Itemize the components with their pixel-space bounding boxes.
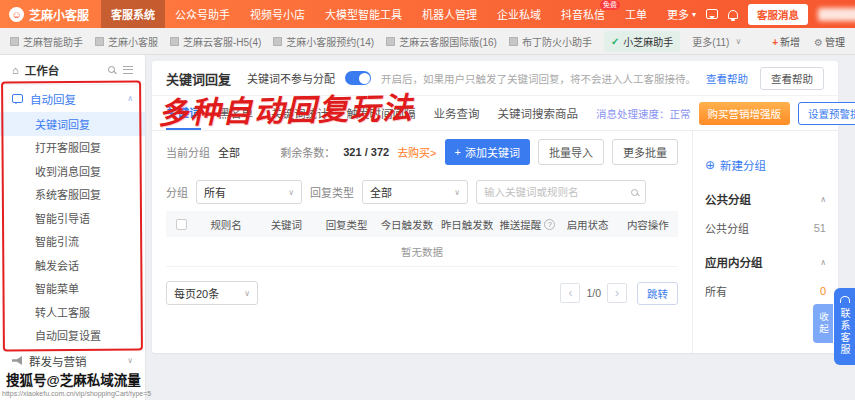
home-icon: ⌂ bbox=[12, 64, 19, 76]
sidebar: ⌂ 工作台 自动回复 ∧ 关键词回复 打开客服回复 收到消息回复 系统客服回复 … bbox=[0, 55, 146, 400]
sidebar-item-open-chat-reply[interactable]: 打开客服回复 bbox=[0, 136, 145, 160]
main-panel: 关键词回复 关键词不参与分配 开启后，如果用户只触发了关键词回复，将不会进入人工… bbox=[152, 61, 838, 353]
app-title: 芝麻小客服 bbox=[29, 6, 89, 23]
app-icon bbox=[170, 37, 179, 46]
tab-blacklist[interactable]: 黑名单 bbox=[219, 96, 254, 130]
next-page-button[interactable]: › bbox=[607, 283, 627, 303]
group-filter-select[interactable]: 所有∨ bbox=[196, 180, 302, 204]
workspace-tab-1[interactable]: 芝麻智能助手 bbox=[10, 34, 83, 49]
reply-type-select[interactable]: 全部∨ bbox=[362, 180, 468, 204]
table-header: 规则名 关键词 回复类型 今日触发数 昨日触发数 推送提醒? 启用状态 内容操作 bbox=[166, 211, 678, 237]
more-batch-button[interactable]: 更多批量 bbox=[612, 139, 678, 165]
jump-to-page-button[interactable]: 跳转 bbox=[637, 282, 678, 305]
top-navigation-bar: ☺ 芝麻小客服 客服系统 公众号助手 视频号小店 大模型智能工具 机器人管理 企… bbox=[0, 0, 855, 28]
manage-workspaces-button[interactable]: ⚙管理 bbox=[814, 34, 845, 49]
keyword-search-box[interactable] bbox=[476, 180, 646, 204]
tab-business-query[interactable]: 业务查询 bbox=[434, 96, 480, 130]
nav-item-more[interactable]: 更多 ▾ bbox=[657, 0, 706, 28]
kefu-message-button[interactable]: 客服消息 bbox=[748, 4, 808, 25]
set-alert-button[interactable]: 设置预警提醒 bbox=[798, 102, 855, 125]
floating-buttons: 收起 联系客服 bbox=[813, 288, 855, 365]
app-groups-section[interactable]: 应用内分组 ∧ bbox=[705, 254, 826, 270]
headset-icon bbox=[840, 296, 850, 303]
keyword-search-input[interactable] bbox=[484, 186, 631, 198]
toolbar: 当前分组 全部 剩余条数： 321 / 372 去购买> +添加关键词 批量导入… bbox=[166, 131, 678, 173]
nav-item-workorder[interactable]: 工单 bbox=[615, 0, 657, 28]
sidebar-item-keyword-reply[interactable]: 关键词回复 bbox=[0, 112, 145, 136]
search-icon[interactable] bbox=[631, 189, 638, 196]
caret-down-icon: ∨ bbox=[735, 37, 741, 46]
caret-down-icon: ∨ bbox=[288, 188, 294, 197]
account-area[interactable]: 7 vip 0 bbox=[818, 8, 855, 21]
workspace-tab-active[interactable]: ✓小芝麻助手 bbox=[604, 31, 680, 52]
workspace-tab-bar: 芝麻智能助手 芝麻小客服 芝麻云客服-H5(4) 芝麻小客服预约(14) 芝麻云… bbox=[0, 28, 855, 55]
app-logo[interactable]: ☺ 芝麻小客服 bbox=[0, 6, 101, 23]
chat-bubble-icon bbox=[12, 94, 23, 103]
new-group-button[interactable]: ⊕ 新建分组 bbox=[705, 157, 826, 173]
caret-up-icon: ∧ bbox=[820, 195, 826, 204]
batch-import-button[interactable]: 批量导入 bbox=[538, 139, 604, 165]
col-push-reminder: 推送提醒? bbox=[497, 217, 557, 232]
tab-keyword-search-goods[interactable]: 关键词搜索商品 bbox=[498, 96, 579, 130]
workspace-tab-5[interactable]: 芝麻云客服国际版(16) bbox=[386, 34, 497, 49]
nav-item-llm-tools[interactable]: 大模型智能工具 bbox=[315, 0, 412, 28]
sidebar-item-auto-reply-settings[interactable]: 自动回复设置 bbox=[0, 324, 145, 348]
col-rule-name: 规则名 bbox=[196, 217, 256, 232]
pagination: 每页20条∨ ‹ 1/0 › 跳转 bbox=[166, 281, 678, 305]
sidebar-item-received-msg-reply[interactable]: 收到消息回复 bbox=[0, 159, 145, 183]
sidebar-item-smart-guide[interactable]: 智能引导语 bbox=[0, 206, 145, 230]
menu-toggle-icon[interactable] bbox=[123, 66, 133, 74]
toggle-label: 关键词不参与分配 bbox=[247, 70, 335, 86]
message-icon[interactable] bbox=[706, 9, 718, 19]
collapse-button[interactable]: 收起 bbox=[813, 304, 833, 343]
question-icon[interactable]: ? bbox=[544, 219, 555, 230]
select-all-checkbox[interactable] bbox=[176, 219, 187, 230]
workspace-tab-3[interactable]: 芝麻云客服-H5(4) bbox=[170, 34, 261, 49]
workspace-tab-more[interactable]: 更多(11)∨ bbox=[692, 34, 741, 49]
no-assign-toggle[interactable] bbox=[345, 71, 371, 85]
nav-item-official-account[interactable]: 公众号助手 bbox=[165, 0, 240, 28]
page-size-select[interactable]: 每页20条∨ bbox=[166, 281, 258, 305]
view-help-button[interactable]: 查看帮助 bbox=[760, 67, 824, 90]
sidebar-item-system-reply[interactable]: 系统客服回复 bbox=[0, 183, 145, 207]
workspace-tab-2[interactable]: 芝麻小客服 bbox=[95, 34, 158, 49]
remaining-label: 剩余条数： bbox=[280, 144, 335, 160]
sidebar-item-smart-menu[interactable]: 智能菜单 bbox=[0, 277, 145, 301]
public-groups-section[interactable]: 公共分组 ∧ bbox=[705, 191, 826, 207]
sidebar-section-auto-reply[interactable]: 自动回复 ∧ bbox=[0, 85, 145, 112]
app-icon bbox=[386, 37, 395, 46]
content-tabs: 关键词 黑名单 关键词统计 触发时间间隔 业务查询 关键词搜索商品 消息处理速度… bbox=[152, 96, 838, 131]
tab-keyword-stats[interactable]: 关键词统计 bbox=[271, 96, 329, 130]
nav-item-douyin-dm[interactable]: 抖音私信 免费 bbox=[551, 0, 615, 28]
workspace-tab-6[interactable]: 布丁防火小助手 bbox=[509, 34, 592, 49]
nav-item-enterprise[interactable]: 企业私域 bbox=[487, 0, 551, 28]
page-url-text: https://xiaokefu.com.cn/vip/shoppingCart… bbox=[2, 390, 151, 397]
nav-item-kefu-system[interactable]: 客服系统 bbox=[101, 0, 165, 28]
tab-trigger-interval[interactable]: 触发时间间隔 bbox=[347, 96, 416, 130]
workspace-tab-4[interactable]: 芝麻小客服预约(14) bbox=[273, 34, 374, 49]
group-filter-label: 分组 bbox=[166, 184, 188, 200]
add-keyword-button[interactable]: +添加关键词 bbox=[445, 139, 530, 165]
nav-item-video-shop[interactable]: 视频号小店 bbox=[240, 0, 315, 28]
search-icon[interactable] bbox=[108, 66, 115, 73]
prev-page-button[interactable]: ‹ bbox=[560, 283, 580, 303]
tab-keyword[interactable]: 关键词 bbox=[166, 96, 201, 130]
sidebar-item-workbench[interactable]: ⌂ 工作台 bbox=[0, 55, 145, 85]
buy-marketing-plus-button[interactable]: 购买营销增强版 bbox=[699, 102, 791, 125]
caret-down-icon: ∨ bbox=[127, 356, 133, 365]
hint-help-link[interactable]: 查看帮助 bbox=[706, 71, 748, 86]
bell-icon[interactable] bbox=[728, 10, 738, 19]
sidebar-item-to-human[interactable]: 转人工客服 bbox=[0, 300, 145, 324]
sidebar-item-smart-diversion[interactable]: 智能引流 bbox=[0, 230, 145, 254]
contact-service-button[interactable]: 联系客服 bbox=[834, 288, 855, 365]
current-group-value[interactable]: 全部 bbox=[218, 144, 240, 160]
nav-item-robot-mgmt[interactable]: 机器人管理 bbox=[412, 0, 487, 28]
group-item-public[interactable]: 公共分组 51 bbox=[705, 220, 826, 236]
go-buy-link[interactable]: 去购买> bbox=[397, 144, 436, 160]
group-item-all[interactable]: 所有 0 bbox=[705, 283, 826, 299]
sidebar-item-trigger-session[interactable]: 触发会话 bbox=[0, 253, 145, 277]
empty-state: 暂无数据 bbox=[166, 237, 678, 267]
add-workspace-button[interactable]: +新增 bbox=[772, 34, 800, 49]
caret-down-icon: ∨ bbox=[454, 188, 460, 197]
app-icon bbox=[95, 37, 104, 46]
